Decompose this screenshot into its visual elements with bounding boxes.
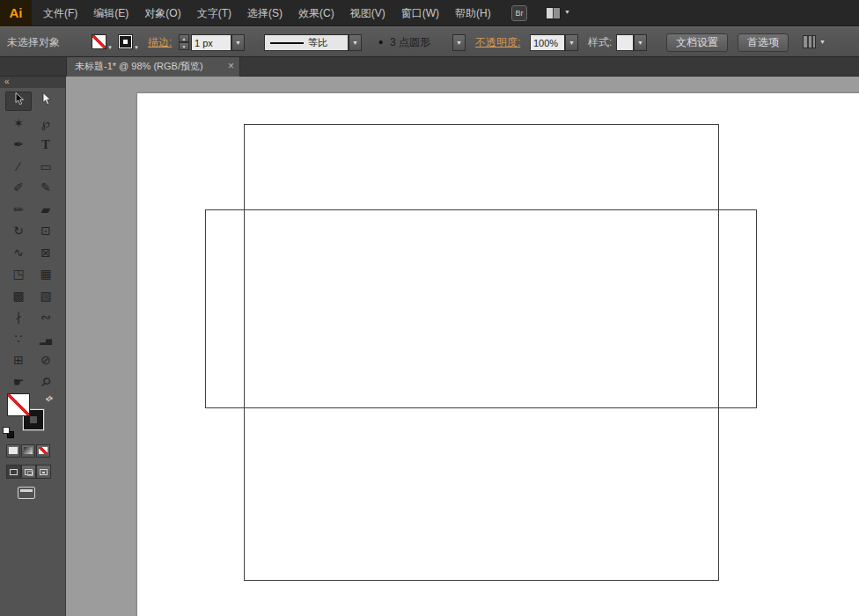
gradient-button[interactable] (21, 444, 35, 458)
paintbrush-tool[interactable]: ✐ (5, 178, 32, 197)
width-icon: ∿ (13, 243, 24, 262)
slice-icon: ⊘ (40, 350, 51, 370)
blend-icon: ∾ (40, 307, 51, 326)
stepper-up-icon[interactable]: ▲ (179, 34, 189, 42)
magic-wand-tool[interactable]: ✶ (5, 114, 32, 133)
perspective-grid-icon: ▦ (40, 264, 51, 283)
perspective-grid-tool[interactable]: ▦ (33, 264, 59, 283)
chevron-down-icon[interactable]: ▼ (564, 9, 570, 15)
shape-builder-tool[interactable]: ◳ (5, 264, 32, 283)
free-transform-tool[interactable]: ⊠ (33, 243, 59, 262)
stroke-profile-select[interactable]: 等比 (264, 34, 349, 51)
document-setup-button[interactable]: 文档设置 (666, 33, 728, 52)
preferences-button[interactable]: 首选项 (738, 33, 789, 52)
scale-tool[interactable]: ⊡ (33, 221, 59, 240)
menu-effect[interactable]: 效果(C) (290, 0, 342, 26)
document-tab-bar: 未标题-1* @ 98% (RGB/预览) × (0, 57, 859, 77)
chevron-down-icon[interactable]: ▼ (565, 34, 578, 51)
chevron-down-icon[interactable]: ▼ (634, 34, 647, 51)
slice-tool[interactable]: ⊘ (33, 350, 59, 370)
stepper-down-icon[interactable]: ▼ (179, 42, 189, 50)
type-tool[interactable]: T (33, 135, 59, 154)
brush-definition-select[interactable]: 3 点圆形 (390, 27, 430, 57)
canvas-area[interactable] (66, 77, 859, 616)
chevron-down-icon[interactable]: ▼ (107, 45, 113, 50)
draw-normal-icon (10, 469, 18, 475)
tools-grid: ✶ ℘ ✒ T ∕ ▭ ✐ ✎ ✏ ▰ ↻ ⊡ ∿ ⊠ ◳ ▦ ▩ ▧ ∤ ∾ … (5, 92, 60, 393)
zoom-icon: ⚲ (36, 371, 56, 392)
color-button[interactable] (6, 444, 20, 458)
pencil-tool[interactable]: ✎ (33, 178, 59, 197)
screen-mode-button[interactable] (18, 487, 35, 499)
menu-type[interactable]: 文字(T) (189, 0, 239, 26)
draw-behind-button[interactable] (21, 465, 36, 479)
hand-tool[interactable]: ☛ (5, 372, 32, 392)
rotate-tool[interactable]: ↻ (5, 221, 32, 240)
symbol-sprayer-tool[interactable]: ∵ (5, 329, 32, 348)
draw-normal-button[interactable] (6, 465, 21, 479)
menu-edit[interactable]: 编辑(E) (85, 0, 136, 26)
opacity-label-link[interactable]: 不透明度: (475, 27, 520, 57)
stroke-weight-input[interactable] (191, 34, 231, 51)
stroke-label-link[interactable]: 描边: (148, 27, 172, 57)
chevron-down-icon[interactable]: ▼ (134, 45, 139, 50)
artboard-tool[interactable]: ⊞ (5, 350, 32, 370)
blend-tool[interactable]: ∾ (33, 307, 59, 326)
screen-mode-icon (20, 489, 33, 492)
menu-view[interactable]: 视图(V) (342, 0, 393, 26)
pen-icon: ✒ (13, 135, 24, 154)
menu-select[interactable]: 选择(S) (239, 0, 290, 26)
rectangle-icon: ▭ (40, 157, 51, 176)
eraser-tool[interactable]: ▰ (33, 200, 59, 219)
chevron-down-icon[interactable]: ▼ (819, 39, 826, 45)
draw-behind-back-icon (27, 471, 33, 476)
collapse-panel-icon[interactable]: « (4, 77, 10, 86)
bridge-icon[interactable]: Br (511, 5, 527, 21)
chevron-down-icon[interactable]: ▼ (452, 34, 466, 51)
none-swatch-icon (39, 447, 48, 454)
menu-window[interactable]: 窗口(W) (393, 0, 447, 26)
none-button[interactable] (36, 444, 50, 458)
lasso-icon: ℘ (41, 114, 50, 133)
tools-panel-header[interactable]: « (0, 77, 65, 88)
stroke-color-swatch[interactable] (118, 34, 133, 49)
stroke-weight-stepper[interactable]: ▲ ▼ (179, 34, 189, 51)
fill-color-indicator[interactable] (7, 393, 30, 416)
control-bar: 未选择对象 ▼ ▼ 描边: ▲ ▼ ▼ 等比 ▼ • 3 点圆形 ▼ 不透明度:… (0, 26, 859, 57)
menu-help[interactable]: 帮助(H) (447, 0, 499, 26)
rectangle-object-2[interactable] (205, 209, 757, 408)
menu-object[interactable]: 对象(O) (136, 0, 188, 26)
illustrator-logo: Ai (0, 0, 32, 26)
fill-color-swatch[interactable] (92, 34, 106, 49)
selection-tool[interactable] (5, 92, 32, 111)
swap-fill-stroke-icon[interactable]: ⇆ (44, 393, 55, 404)
pen-tool[interactable]: ✒ (5, 135, 32, 154)
default-fill-stroke-icon[interactable] (3, 427, 15, 439)
chevron-down-icon[interactable]: ▼ (231, 34, 245, 51)
chevron-down-icon[interactable]: ▼ (349, 34, 362, 51)
rectangle-tool[interactable]: ▭ (33, 157, 59, 176)
draw-inside-inner-icon (42, 472, 45, 473)
close-icon[interactable]: × (228, 57, 234, 76)
style-label: 样式: (588, 27, 612, 57)
menu-file[interactable]: 文件(F) (35, 0, 85, 26)
artboard-icon: ⊞ (13, 350, 24, 370)
direct-selection-tool[interactable] (33, 92, 59, 111)
column-graph-tool[interactable]: ▂▅ (33, 329, 59, 348)
arrange-documents-icon[interactable] (546, 7, 561, 19)
zoom-tool[interactable]: ⚲ (33, 372, 59, 392)
lasso-tool[interactable]: ℘ (33, 114, 59, 133)
line-segment-tool[interactable]: ∕ (5, 157, 32, 176)
blob-brush-tool[interactable]: ✏ (5, 200, 32, 219)
width-tool[interactable]: ∿ (5, 243, 32, 262)
profile-label: 等比 (308, 36, 327, 49)
gradient-tool[interactable]: ▧ (33, 286, 59, 305)
draw-inside-button[interactable] (36, 465, 51, 479)
eyedropper-tool[interactable]: ∤ (5, 307, 32, 326)
document-tab[interactable]: 未标题-1* @ 98% (RGB/预览) × (66, 57, 240, 77)
mesh-tool[interactable]: ▩ (5, 286, 32, 305)
opacity-input[interactable] (530, 34, 565, 51)
free-transform-icon: ⊠ (40, 243, 51, 262)
style-swatch[interactable] (616, 34, 634, 51)
control-bar-menu-icon[interactable] (803, 35, 816, 48)
